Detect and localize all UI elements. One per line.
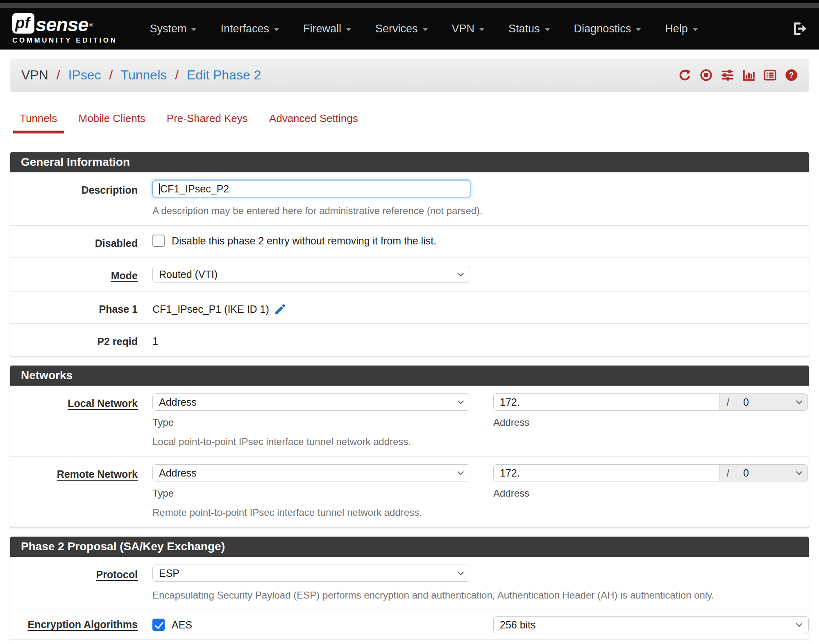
refresh-icon[interactable]: [678, 69, 691, 81]
row-local-network: Local Network Address Type 172. /: [10, 386, 809, 456]
chevron-down-icon: [796, 398, 803, 404]
type-caption: Type: [152, 417, 493, 428]
sign-out-icon: [792, 21, 807, 36]
remote-network-type-select[interactable]: Address: [152, 464, 470, 481]
panel-networks: Networks Local Network Address Type 172.: [10, 365, 809, 527]
panel-networks-title: Networks: [10, 366, 809, 386]
list-icon[interactable]: [764, 69, 776, 81]
breadcrumb-tunnels[interactable]: Tunnels: [121, 68, 167, 82]
chevron-down-icon: [458, 270, 464, 276]
chevron-down-icon: [796, 468, 803, 475]
edit-pencil-icon[interactable]: [274, 303, 286, 315]
cidr-slash: /: [719, 393, 737, 411]
pfsense-logo-box: pf: [12, 13, 34, 34]
aes-label: AES: [172, 619, 192, 631]
remote-network-help: Remote point-to-point IPsec interface tu…: [152, 506, 809, 519]
caret-down-icon: [274, 28, 279, 31]
tab-mobile-clients[interactable]: Mobile Clients: [72, 112, 152, 133]
breadcrumb-separator: /: [57, 68, 60, 82]
description-label: Description: [81, 184, 138, 196]
nav-item-status[interactable]: Status: [497, 23, 562, 35]
caret-down-icon: [544, 28, 550, 31]
caret-down-icon: [479, 28, 485, 31]
local-network-label: Local Network: [68, 398, 138, 409]
nav-item-system[interactable]: System: [138, 23, 209, 35]
nav-item-firewall[interactable]: Firewall: [291, 23, 363, 35]
row-encryption-aes: Encryption Algorithms AES 256 bits: [10, 610, 809, 640]
phase1-label: Phase 1: [99, 303, 138, 315]
window-top-strip: [0, 0, 819, 3]
mode-select[interactable]: Routed (VTI): [152, 266, 470, 283]
description-input[interactable]: CF1_IPsec_P2: [152, 180, 470, 197]
caret-down-icon: [346, 28, 352, 31]
bar-chart-icon[interactable]: [742, 69, 755, 81]
p2reqid-label: P2 reqid: [97, 336, 138, 347]
address-caption: Address: [493, 488, 808, 499]
nav-item-vpn[interactable]: VPN: [440, 23, 497, 35]
tab-tunnels[interactable]: Tunnels: [13, 112, 64, 133]
breadcrumb-edit-phase-2[interactable]: Edit Phase 2: [187, 68, 261, 82]
tab-advanced-settings[interactable]: Advanced Settings: [263, 112, 365, 133]
row-mode: Mode Routed (VTI): [10, 258, 809, 291]
description-help: A description may be entered here for ad…: [152, 205, 809, 217]
row-disabled: Disabled Disable this phase 2 entry with…: [10, 226, 809, 258]
protocol-help: Encapsulating Security Payload (ESP) per…: [152, 589, 809, 601]
chevron-down-icon: [458, 569, 464, 575]
caret-down-icon: [692, 28, 698, 31]
nav-item-diagnostics[interactable]: Diagnostics: [562, 23, 653, 35]
page-action-icons: ?: [678, 69, 798, 81]
aes-key-length-select[interactable]: 256 bits: [493, 616, 809, 633]
protocol-label: Protocol: [96, 569, 138, 580]
row-remote-network: Remote Network Address Type 172. /: [10, 456, 809, 527]
breadcrumb-vpn: VPN: [21, 68, 48, 82]
help-icon[interactable]: ?: [785, 69, 798, 81]
p2reqid-value: 1: [152, 335, 158, 347]
phase1-value: CF1_IPsec_P1 (IKE ID 1): [152, 303, 269, 315]
remote-network-address-input[interactable]: 172.: [493, 464, 719, 481]
local-network-address-input[interactable]: 172.: [493, 393, 719, 411]
stop-circle-icon[interactable]: [700, 69, 712, 81]
disabled-checkbox[interactable]: [152, 235, 165, 247]
page-tabs: Tunnels Mobile Clients Pre-Shared Keys A…: [10, 112, 809, 133]
caret-down-icon: [422, 28, 428, 31]
top-navbar: pf sense ® COMMUNITY EDITION System Inte…: [0, 8, 819, 50]
caret-down-icon: [191, 28, 197, 31]
disabled-checkbox-label: Disable this phase 2 entry without remov…: [172, 235, 436, 247]
local-network-type-select[interactable]: Address: [152, 393, 470, 411]
breadcrumb: VPN / IPsec / Tunnels / Edit Phase 2: [21, 68, 261, 83]
text-cursor: [159, 183, 160, 194]
row-p2reqid: P2 reqid 1: [10, 324, 809, 356]
panel-phase2-proposal-title: Phase 2 Proposal (SA/Key Exchange): [10, 537, 809, 557]
registered-mark: ®: [89, 17, 93, 34]
tab-pre-shared-keys[interactable]: Pre-Shared Keys: [160, 112, 254, 133]
protocol-select[interactable]: ESP: [152, 565, 470, 582]
local-network-mask-select[interactable]: 0: [737, 393, 808, 411]
pfsense-logo-text: sense: [36, 16, 88, 34]
aes-checkbox[interactable]: [152, 619, 165, 631]
row-description: Description CF1_IPsec_P2 A description m…: [10, 172, 809, 226]
local-network-help: Local point-to-point IPsec interface tun…: [152, 436, 809, 448]
pfsense-logo[interactable]: pf sense ® COMMUNITY EDITION: [12, 13, 117, 45]
chevron-down-icon: [458, 468, 464, 475]
row-encryption-aes128gcm: AES128-GCM Auto: [10, 640, 809, 644]
row-protocol: Protocol ESP Encapsulating Security Payl…: [10, 557, 809, 610]
logout-button[interactable]: [792, 21, 807, 36]
disabled-label: Disabled: [95, 237, 138, 249]
nav-item-services[interactable]: Services: [363, 23, 440, 35]
nav-item-interfaces[interactable]: Interfaces: [209, 23, 291, 35]
sliders-icon[interactable]: [721, 69, 734, 81]
breadcrumb-ipsec[interactable]: IPsec: [68, 68, 101, 82]
breadcrumb-panel: VPN / IPsec / Tunnels / Edit Phase 2: [10, 59, 809, 92]
remote-network-label: Remote Network: [57, 468, 138, 480]
breadcrumb-separator: /: [109, 68, 113, 82]
remote-network-mask-select[interactable]: 0: [737, 464, 808, 481]
breadcrumb-separator: /: [175, 68, 179, 82]
description-value: CF1_IPsec_P2: [160, 183, 229, 195]
nav-item-help[interactable]: Help: [653, 23, 710, 35]
row-phase1: Phase 1 CF1_IPsec_P1 (IKE ID 1): [10, 291, 809, 324]
nav-menu: System Interfaces Firewall Services VPN …: [138, 23, 710, 35]
caret-down-icon: [635, 28, 641, 31]
mode-label: Mode: [111, 270, 138, 281]
type-caption: Type: [152, 488, 493, 499]
panel-general-information-title: General Information: [10, 152, 809, 172]
